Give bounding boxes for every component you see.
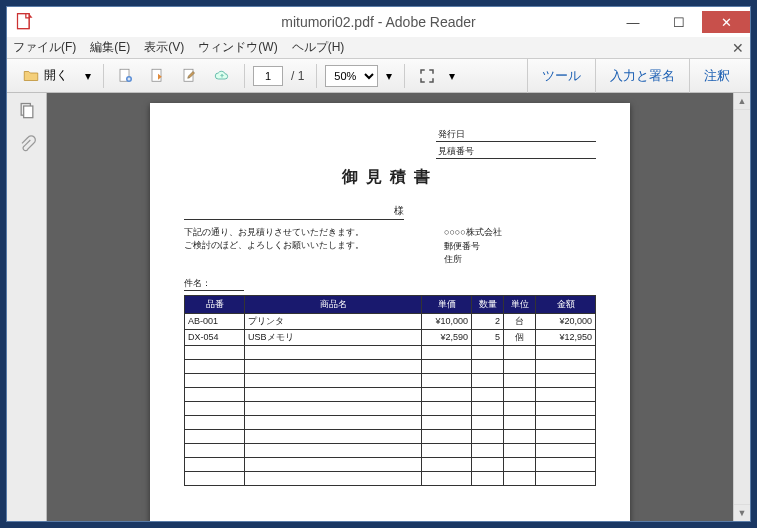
scroll-up-arrow[interactable]: ▲ <box>734 93 750 110</box>
cell-unitprice <box>422 471 472 485</box>
cell-name <box>245 359 422 373</box>
cell-qty <box>472 401 504 415</box>
cell-unit <box>504 471 536 485</box>
company-name: ○○○○株式会社 <box>444 226 502 240</box>
vertical-scrollbar[interactable]: ▲ ▼ <box>733 93 750 521</box>
cell-amount <box>536 457 596 471</box>
cell-unit <box>504 359 536 373</box>
cloud-up-icon <box>213 67 231 85</box>
cell-code <box>185 429 245 443</box>
cell-name <box>245 373 422 387</box>
cell-unit <box>504 345 536 359</box>
cell-qty <box>472 443 504 457</box>
cell-unit <box>504 373 536 387</box>
note-line-1: 下記の通り、お見積りさせていただきます。 <box>184 226 404 239</box>
attachment-icon[interactable] <box>17 135 37 155</box>
cell-amount <box>536 415 596 429</box>
col-unit: 単位 <box>504 295 536 313</box>
comment-panel-link[interactable]: 注釈 <box>689 59 744 93</box>
cell-unit <box>504 443 536 457</box>
table-row <box>185 443 596 457</box>
open-dropdown[interactable]: ▾ <box>81 69 95 83</box>
cell-name <box>245 387 422 401</box>
menu-file[interactable]: ファイル(F) <box>13 39 76 56</box>
cell-unitprice: ¥10,000 <box>422 313 472 329</box>
maximize-button[interactable]: ☐ <box>656 11 702 33</box>
cloud-button[interactable] <box>208 63 236 89</box>
page-number-input[interactable] <box>253 66 283 86</box>
minimize-button[interactable]: — <box>610 11 656 33</box>
menubar: ファイル(F) 編集(E) 表示(V) ウィンドウ(W) ヘルプ(H) ✕ <box>7 37 750 59</box>
cell-qty <box>472 471 504 485</box>
read-mode-button[interactable] <box>413 63 441 89</box>
cell-qty <box>472 345 504 359</box>
table-row <box>185 373 596 387</box>
pdf-app-icon <box>15 12 35 32</box>
document-viewer[interactable]: 発行日 見積番号 御見積書 様 下記の通り、お見積りさせていただきます。 ご検討… <box>47 93 750 521</box>
cell-code <box>185 359 245 373</box>
table-row <box>185 401 596 415</box>
cell-amount <box>536 359 596 373</box>
cell-unitprice <box>422 373 472 387</box>
col-amount: 金額 <box>536 295 596 313</box>
tools-panel-link[interactable]: ツール <box>527 59 595 93</box>
col-unitprice: 単価 <box>422 295 472 313</box>
zoom-dropdown[interactable]: ▾ <box>382 69 396 83</box>
menu-window[interactable]: ウィンドウ(W) <box>198 39 277 56</box>
table-row: DX-054USBメモリ¥2,5905個¥12,950 <box>185 329 596 345</box>
cell-amount <box>536 387 596 401</box>
readmode-dropdown[interactable]: ▾ <box>445 69 459 83</box>
cell-code <box>185 345 245 359</box>
cell-code <box>185 457 245 471</box>
cell-qty: 5 <box>472 329 504 345</box>
separator <box>103 64 104 88</box>
toolbar: 開く ▾ / 1 50% ▾ ▾ ツール 入力と署名 注釈 <box>7 59 750 93</box>
edit-pdf-button[interactable] <box>176 63 204 89</box>
menu-edit[interactable]: 編集(E) <box>90 39 130 56</box>
titlebar: mitumori02.pdf - Adobe Reader — ☐ ✕ <box>7 7 750 37</box>
scroll-down-arrow[interactable]: ▼ <box>734 504 750 521</box>
folder-open-icon <box>22 67 40 85</box>
recipient-honorific: 様 <box>184 204 404 220</box>
table-row <box>185 345 596 359</box>
cell-amount <box>536 429 596 443</box>
cell-name <box>245 429 422 443</box>
thumbnails-icon[interactable] <box>17 101 37 121</box>
cell-unitprice <box>422 415 472 429</box>
cell-amount: ¥20,000 <box>536 313 596 329</box>
cell-amount <box>536 345 596 359</box>
app-window: mitumori02.pdf - Adobe Reader — ☐ ✕ ファイル… <box>6 6 751 522</box>
address-label: 住所 <box>444 253 502 267</box>
cell-unit <box>504 457 536 471</box>
cell-qty <box>472 373 504 387</box>
open-button[interactable]: 開く <box>13 63 77 89</box>
note-line-2: ご検討のほど、よろしくお願いいたします。 <box>184 239 404 252</box>
cell-code: DX-054 <box>185 329 245 345</box>
cell-name <box>245 457 422 471</box>
content-area: 発行日 見積番号 御見積書 様 下記の通り、お見積りさせていただきます。 ご検討… <box>7 93 750 521</box>
table-row <box>185 387 596 401</box>
export-pdf-button[interactable] <box>144 63 172 89</box>
cell-code <box>185 401 245 415</box>
fill-sign-panel-link[interactable]: 入力と署名 <box>595 59 689 93</box>
cell-qty <box>472 359 504 373</box>
cell-amount <box>536 373 596 387</box>
cell-code <box>185 443 245 457</box>
col-code: 品番 <box>185 295 245 313</box>
cell-code: AB-001 <box>185 313 245 329</box>
table-row: AB-001プリンタ¥10,0002台¥20,000 <box>185 313 596 329</box>
issue-date-label: 発行日 <box>438 128 465 141</box>
menubar-close-icon[interactable]: ✕ <box>732 40 744 56</box>
cell-amount: ¥12,950 <box>536 329 596 345</box>
zoom-select[interactable]: 50% <box>325 65 378 87</box>
menu-help[interactable]: ヘルプ(H) <box>292 39 345 56</box>
close-button[interactable]: ✕ <box>702 11 750 33</box>
create-pdf-button[interactable] <box>112 63 140 89</box>
cell-unit <box>504 401 536 415</box>
cell-unitprice <box>422 359 472 373</box>
table-row <box>185 415 596 429</box>
cell-unitprice <box>422 387 472 401</box>
col-name: 商品名 <box>245 295 422 313</box>
cell-name <box>245 345 422 359</box>
menu-view[interactable]: 表示(V) <box>144 39 184 56</box>
